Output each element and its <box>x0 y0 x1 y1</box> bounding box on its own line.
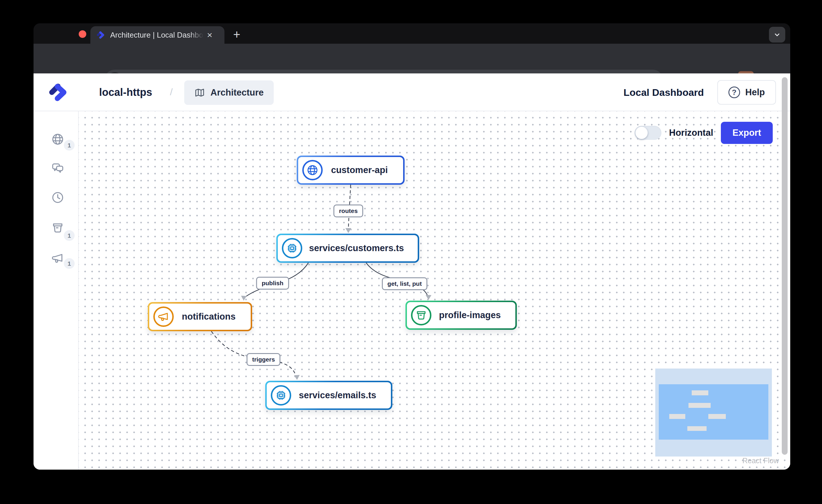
project-name: local-https <box>99 86 152 98</box>
horizontal-toggle[interactable] <box>635 126 662 140</box>
page-header: local-https / Architecture Local Dashboa… <box>33 73 790 111</box>
minimap-viewport[interactable] <box>659 384 768 440</box>
edge-label-publish: publish <box>256 277 289 290</box>
map-icon <box>194 87 205 98</box>
browser-window: Architecture | Local Dashboar × + <box>33 23 790 470</box>
tab-close-icon[interactable]: × <box>207 30 213 40</box>
bucket-icon <box>411 305 431 325</box>
globe-icon[interactable] <box>51 133 64 146</box>
flow-canvas[interactable]: routes publish get, list, put triggers <box>79 111 790 470</box>
architecture-nav-button[interactable]: Architecture <box>184 80 274 105</box>
dashboard-page: local-https / Architecture Local Dashboa… <box>33 73 790 470</box>
tab-strip: Architecture | Local Dashboar × + <box>33 23 790 44</box>
edge-label-routes: routes <box>334 205 363 217</box>
minimap-node <box>687 426 707 431</box>
service-cpu-icon <box>282 238 302 258</box>
megaphone-badge: 1 <box>64 258 75 269</box>
breadcrumb-separator: / <box>170 86 172 98</box>
node-customer-api[interactable]: customer-api <box>297 156 405 185</box>
chat-icon[interactable] <box>51 161 64 175</box>
left-sidebar: 1 1 <box>33 111 79 470</box>
desktop-background: Architecture | Local Dashboar × + <box>0 0 822 504</box>
minimap-node <box>669 414 685 419</box>
browser-toolbar: localhost:49152/architecture/ ⋮ <box>33 44 790 73</box>
megaphone-icon[interactable] <box>51 251 64 265</box>
edge-label-get-list-put: get, list, put <box>382 277 427 290</box>
node-label: customer-api <box>323 165 399 175</box>
close-window-button[interactable] <box>79 30 86 38</box>
environment-label: Local Dashboard <box>624 87 704 98</box>
globe-badge: 1 <box>64 140 75 151</box>
minimap-node <box>692 390 708 395</box>
node-label: notifications <box>174 311 247 322</box>
browser-tab[interactable]: Architecture | Local Dashboar × <box>90 26 225 44</box>
tab-search-button[interactable] <box>769 27 785 43</box>
architecture-nav-label: Architecture <box>211 87 264 98</box>
tab-title: Architecture | Local Dashboar <box>110 31 203 40</box>
minimap-node <box>689 403 711 408</box>
node-profile-images[interactable]: profile-images <box>405 301 517 330</box>
clock-icon[interactable] <box>51 191 64 204</box>
gateway-globe-icon <box>302 160 323 180</box>
new-tab-button[interactable]: + <box>233 29 241 41</box>
question-icon: ? <box>729 87 740 98</box>
topic-megaphone-icon <box>153 306 174 327</box>
export-button[interactable]: Export <box>721 122 773 144</box>
bucket-icon[interactable] <box>51 221 64 235</box>
node-services-customers[interactable]: services/customers.ts <box>276 234 419 263</box>
canvas-controls: Horizontal Export <box>635 122 773 144</box>
node-label: services/emails.ts <box>291 390 387 401</box>
edge-label-triggers: triggers <box>247 353 281 366</box>
node-label: profile-images <box>431 310 511 320</box>
favicon-encore-icon <box>96 30 105 40</box>
minimap-node <box>708 414 726 419</box>
chevron-down-icon <box>773 30 782 39</box>
help-button[interactable]: ? Help <box>717 80 776 105</box>
react-flow-attribution: React Flow <box>742 457 779 465</box>
toggle-knob <box>636 127 648 139</box>
page-scrollbar[interactable] <box>782 77 788 455</box>
horizontal-toggle-label: Horizontal <box>669 128 713 138</box>
node-services-emails[interactable]: services/emails.ts <box>265 381 392 410</box>
help-label: Help <box>745 87 765 98</box>
node-notifications[interactable]: notifications <box>148 302 252 331</box>
service-cpu-icon <box>271 385 291 406</box>
bucket-badge: 1 <box>64 230 75 241</box>
node-label: services/customers.ts <box>302 243 414 253</box>
encore-logo <box>47 81 70 103</box>
minimap[interactable] <box>655 369 772 457</box>
